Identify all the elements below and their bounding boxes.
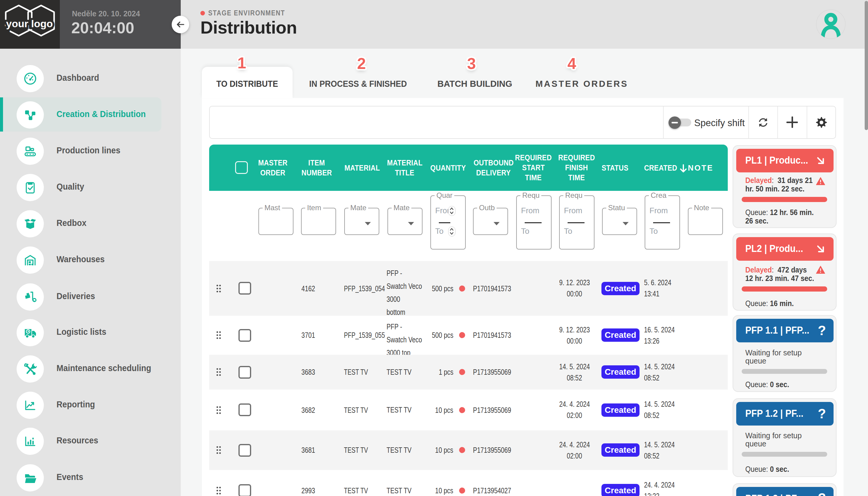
svg-text:your logo: your logo bbox=[6, 18, 53, 29]
